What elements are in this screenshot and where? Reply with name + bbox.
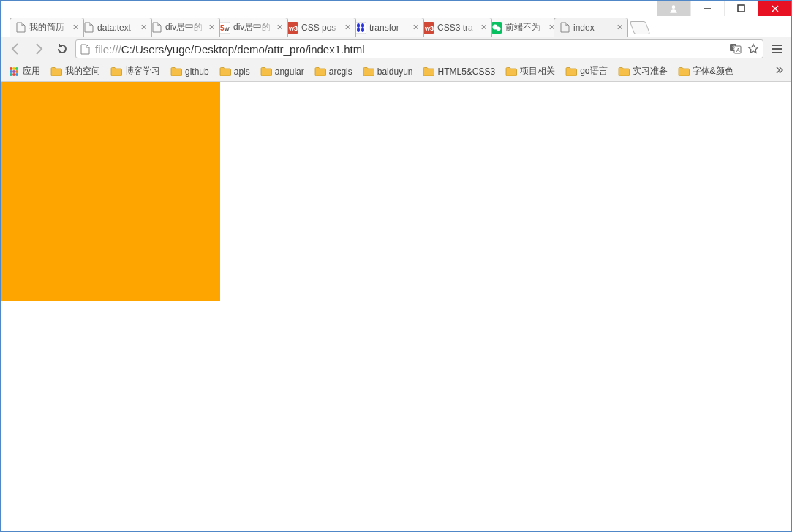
bookmark-folder[interactable]: 我的空间 <box>46 63 105 80</box>
svg-point-19 <box>497 26 501 31</box>
nav-reload-button[interactable] <box>52 39 72 59</box>
tab-close-button[interactable]: ✕ <box>478 23 489 33</box>
tab-label: data:text <box>97 23 138 33</box>
svg-point-32 <box>15 70 18 73</box>
svg-text:w: w <box>224 25 230 32</box>
svg-text:w3: w3 <box>288 25 298 32</box>
chevron-right-double-icon <box>775 66 784 75</box>
browser-tab[interactable]: data:text✕ <box>78 18 152 37</box>
bookmark-star-button[interactable] <box>747 42 760 56</box>
tab-label: 我的简历 <box>29 21 70 34</box>
bookmark-label: go语言 <box>580 65 607 77</box>
bookmark-folder[interactable]: apis <box>215 64 254 80</box>
svg-point-13 <box>357 28 360 32</box>
tab-close-button[interactable]: ✕ <box>70 23 80 33</box>
bookmark-folder[interactable]: 博客学习 <box>106 63 165 80</box>
tab-label: transfor <box>369 23 410 33</box>
address-url: file:///C:/Users/yuge/Desktop/demo/attr_… <box>95 43 725 56</box>
bookmark-folder[interactable]: 项目相关 <box>501 63 559 80</box>
folder-icon <box>618 66 630 77</box>
svg-text:w3: w3 <box>424 25 434 32</box>
tab-favicon <box>151 22 162 34</box>
reload-icon <box>56 42 69 56</box>
bookmark-label: HTML5&CSS3 <box>437 66 495 77</box>
bookmark-label: github <box>185 66 209 77</box>
bookmark-label: baiduyun <box>377 66 413 77</box>
window-close-button[interactable] <box>758 1 791 16</box>
bookmark-folder[interactable]: go语言 <box>561 63 611 80</box>
bookmarks-overflow-button[interactable] <box>771 63 788 80</box>
svg-point-34 <box>12 73 15 76</box>
svg-rect-10 <box>355 22 366 34</box>
svg-point-29 <box>15 67 18 70</box>
svg-text:A: A <box>736 48 740 53</box>
bookmark-folder[interactable]: 实习准备 <box>614 63 672 80</box>
svg-point-27 <box>10 67 12 70</box>
folder-icon <box>565 66 577 77</box>
browser-tab[interactable]: 5wdiv居中的✕ <box>214 18 288 37</box>
nav-forward-button[interactable] <box>29 39 49 59</box>
browser-tab[interactable]: transfor✕ <box>350 18 424 37</box>
tab-favicon: w3 <box>287 22 298 34</box>
address-bar[interactable]: file:///C:/Users/yuge/Desktop/demo/attr_… <box>75 39 763 58</box>
tab-close-button[interactable]: ✕ <box>274 23 284 33</box>
bookmark-folder[interactable]: angular <box>256 64 309 80</box>
chrome-menu-button[interactable] <box>766 39 787 59</box>
tab-favicon <box>83 22 94 34</box>
tab-close-button[interactable]: ✕ <box>614 23 625 33</box>
window-minimize-button[interactable] <box>690 1 724 16</box>
chrome-user-button[interactable] <box>657 1 690 16</box>
folder-icon <box>50 66 62 77</box>
tab-favicon <box>491 22 502 34</box>
url-path: C:/Users/yuge/Desktop/demo/attr_pro/inde… <box>121 43 365 56</box>
apps-shortcut[interactable]: 应用 <box>4 63 45 80</box>
svg-point-35 <box>15 73 18 76</box>
close-icon <box>771 4 780 13</box>
window-maximize-button[interactable] <box>724 1 758 16</box>
browser-tab[interactable]: index✕ <box>554 18 628 37</box>
url-scheme: file:/// <box>95 43 121 56</box>
browser-tab[interactable]: w3CSS3 tra✕ <box>418 18 492 37</box>
titlebar-drag-region[interactable] <box>1 1 657 16</box>
folder-icon <box>423 66 434 77</box>
arrow-right-icon <box>32 42 45 56</box>
folder-icon <box>363 66 374 77</box>
apps-icon <box>8 66 20 77</box>
page-icon <box>79 43 91 55</box>
tab-close-button[interactable]: ✕ <box>410 23 420 33</box>
nav-back-button[interactable] <box>5 39 26 59</box>
svg-point-33 <box>10 73 12 76</box>
tab-label: CSS3 tra <box>437 23 478 33</box>
minimize-icon <box>704 4 712 12</box>
tab-label: div居中的 <box>165 21 206 34</box>
bookmark-label: 实习准备 <box>633 65 668 77</box>
tab-close-button[interactable]: ✕ <box>342 23 352 33</box>
new-tab-button[interactable] <box>630 21 651 34</box>
bookmark-folder[interactable]: 字体&颜色 <box>674 63 738 80</box>
bookmark-label: 博客学习 <box>125 65 160 77</box>
bookmark-folder[interactable]: arcgis <box>310 64 357 80</box>
browser-tab[interactable]: 前端不为✕ <box>486 18 560 37</box>
svg-point-28 <box>12 67 15 70</box>
bookmark-folder[interactable]: baiduyun <box>358 64 418 80</box>
orange-box <box>1 82 220 301</box>
bookmark-folder[interactable]: HTML5&CSS3 <box>418 64 499 80</box>
browser-tab[interactable]: w3CSS pos✕ <box>282 18 356 37</box>
tab-favicon: w3 <box>423 22 434 34</box>
browser-tab[interactable]: div居中的✕ <box>146 18 220 37</box>
tab-close-button[interactable]: ✕ <box>206 23 216 33</box>
hamburger-icon <box>771 44 782 54</box>
tab-favicon <box>15 22 26 34</box>
browser-tab[interactable]: 我的简历✕ <box>10 18 84 37</box>
tab-label: div居中的 <box>233 21 274 34</box>
svg-point-31 <box>12 70 15 73</box>
folder-icon <box>219 66 231 77</box>
bookmark-folder[interactable]: github <box>166 64 214 80</box>
bookmark-label: 字体&颜色 <box>693 65 733 77</box>
folder-icon <box>314 66 326 77</box>
window-titlebar <box>1 1 791 16</box>
user-icon <box>668 4 679 14</box>
tab-close-button[interactable]: ✕ <box>138 23 148 33</box>
translate-button[interactable]: 文A <box>729 42 742 56</box>
bookmark-label: 我的空间 <box>65 65 100 77</box>
